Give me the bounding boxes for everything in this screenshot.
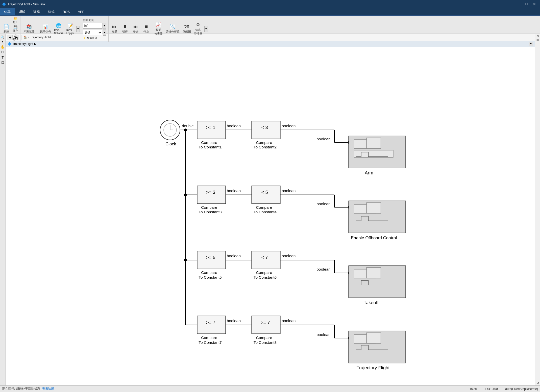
minimize-button[interactable]: −: [515, 1, 522, 7]
svg-text:To Constant1: To Constant1: [199, 145, 222, 149]
model-options-button[interactable]: ▼: [529, 42, 533, 46]
svg-point-11: [184, 128, 187, 131]
svg-rect-60: [354, 150, 393, 157]
stop-time-label: 停止时间: [83, 18, 106, 22]
svg-text:To Constant7: To Constant7: [199, 340, 222, 345]
svg-text:boolean: boolean: [317, 137, 331, 141]
sim-mode-dropdown[interactable]: ▼: [103, 30, 106, 36]
menu-simulation[interactable]: 仿真: [0, 8, 15, 15]
menu-ros[interactable]: ROS: [59, 8, 74, 15]
zoom-level: 169%: [470, 387, 477, 391]
menu-format[interactable]: 格式: [44, 8, 59, 15]
window-title: TrajectoryFlight - Simulink: [8, 2, 45, 6]
svg-point-22: [184, 193, 187, 196]
svg-marker-42: [348, 337, 350, 339]
svg-marker-10: [349, 141, 351, 144]
svg-point-45: [164, 123, 177, 136]
svg-rect-59: [366, 138, 381, 148]
svg-text:boolean: boolean: [317, 202, 331, 206]
left-icon-bar: 🔍 ↖ ✋ ⊡ T □: [0, 34, 6, 385]
maximize-button[interactable]: □: [523, 1, 530, 7]
svg-marker-31: [348, 271, 350, 274]
step-back-button[interactable]: ⏮ 步退: [110, 23, 119, 35]
menu-debug[interactable]: 调试: [15, 8, 29, 15]
svg-rect-70: [349, 201, 406, 233]
sim-mode-select[interactable]: 普通 加速 快速加速: [83, 30, 102, 35]
svg-text:boolean: boolean: [282, 319, 296, 323]
text-icon[interactable]: T: [2, 56, 4, 60]
step-forward-button[interactable]: ⏭ 步进: [131, 23, 140, 35]
svg-rect-57: [349, 136, 406, 168]
svg-text:>= 3: >= 3: [206, 190, 215, 195]
svg-text:Compare: Compare: [256, 270, 272, 275]
svg-rect-62: [197, 186, 226, 204]
bird-view-button[interactable]: 🗺 鸟瞰图: [182, 23, 192, 35]
menu-modeling[interactable]: 建模: [29, 8, 44, 15]
toolbar-group-file: 📄 新建 📂 打开 💾 保存 🖨 打印: [1, 16, 20, 42]
svg-rect-49: [197, 121, 226, 139]
toolbar-group-results: 📈 数据 检查器 📉 逻辑分析仪 🗺 鸟瞰图 ⚙ 仿真 管理器 ▼: [152, 16, 209, 42]
record-signal-button[interactable]: 📊 记录信号: [39, 16, 52, 42]
menu-app[interactable]: APP: [74, 8, 88, 15]
svg-text:double: double: [182, 124, 194, 128]
svg-rect-95: [354, 334, 376, 343]
stop-time-dropdown[interactable]: ▼: [103, 23, 106, 29]
svg-text:boolean: boolean: [282, 189, 296, 193]
svg-rect-86: [197, 316, 226, 334]
svg-point-33: [184, 258, 187, 261]
svg-text:>= 7: >= 7: [261, 320, 270, 325]
model-expand-icon[interactable]: ▶: [34, 42, 36, 46]
right-panel: ⊡ ◫ ◁: [535, 34, 540, 385]
ros-network-button[interactable]: 🌐 ROS Network: [53, 16, 64, 42]
print-button[interactable]: 🖨 打印: [12, 33, 19, 42]
close-button[interactable]: ✕: [531, 1, 538, 7]
area-icon[interactable]: □: [2, 60, 4, 64]
svg-rect-74: [197, 251, 226, 269]
svg-rect-66: [252, 186, 280, 204]
logic-analyzer-button[interactable]: 📉 逻辑分析仪: [165, 23, 181, 35]
svg-marker-20: [348, 206, 350, 209]
svg-rect-84: [366, 268, 381, 278]
svg-text:>= 5: >= 5: [206, 255, 215, 260]
sim-manager-button[interactable]: ⚙ 仿真 管理器: [193, 21, 203, 36]
svg-text:To Constant2: To Constant2: [254, 145, 277, 149]
right-panel-btn1[interactable]: ⊡: [537, 35, 539, 38]
diagram-svg: double boolean boolean boolean: [6, 47, 535, 385]
toolbar-group-library: 📚 库浏览器: [20, 16, 38, 42]
svg-text:>= 1: >= 1: [206, 125, 215, 130]
svg-text:To Constant6: To Constant6: [254, 275, 277, 279]
open-button[interactable]: 📂 打开: [12, 16, 19, 24]
diagnostics-link[interactable]: 查看诊断: [42, 387, 54, 391]
pause-button[interactable]: ⏸ 暂停: [120, 23, 130, 35]
svg-text:< 5: < 5: [261, 190, 268, 195]
toolbar: 📄 新建 📂 打开 💾 保存 🖨 打印 📚: [0, 16, 540, 34]
right-panel-btn2[interactable]: ◫: [536, 38, 539, 41]
svg-rect-90: [252, 316, 280, 334]
model-canvas[interactable]: double boolean boolean boolean: [6, 47, 535, 385]
collapse-right-btn[interactable]: ◁: [537, 382, 539, 384]
svg-text:Compare: Compare: [256, 335, 272, 340]
ros-logger-button[interactable]: 📝 ROS Logger: [65, 16, 75, 42]
toolbar-group-prepare: 📊 记录信号 🌐 ROS Network 📝 ROS Logger ▼: [38, 16, 81, 42]
svg-rect-82: [349, 266, 406, 298]
stop-button[interactable]: ⏹ 停止: [141, 23, 151, 35]
svg-text:To Constant3: To Constant3: [199, 210, 222, 214]
fit-icon[interactable]: ⊡: [1, 50, 4, 54]
library-browser-button[interactable]: 📚 库浏览器: [22, 23, 36, 35]
fast-restart-toggle[interactable]: ⚡ 快速重启: [83, 36, 106, 40]
pan-icon[interactable]: ✋: [1, 45, 5, 49]
stop-time-input[interactable]: [83, 23, 102, 29]
data-inspector-button[interactable]: 📈 数据 检查器: [153, 21, 164, 36]
svg-text:boolean: boolean: [282, 124, 296, 128]
prepare-dropdown[interactable]: ▼: [76, 26, 80, 32]
app-icon: 🔷: [2, 2, 6, 6]
svg-text:boolean: boolean: [317, 267, 331, 271]
svg-rect-53: [252, 121, 280, 139]
svg-rect-96: [366, 333, 381, 343]
svg-rect-71: [354, 204, 376, 213]
save-button[interactable]: 💾 保存: [12, 25, 19, 33]
results-dropdown[interactable]: ▼: [204, 26, 208, 32]
new-button[interactable]: 📄 新建: [2, 16, 11, 42]
svg-text:To Constant5: To Constant5: [199, 275, 222, 279]
svg-text:Compare: Compare: [201, 335, 217, 340]
